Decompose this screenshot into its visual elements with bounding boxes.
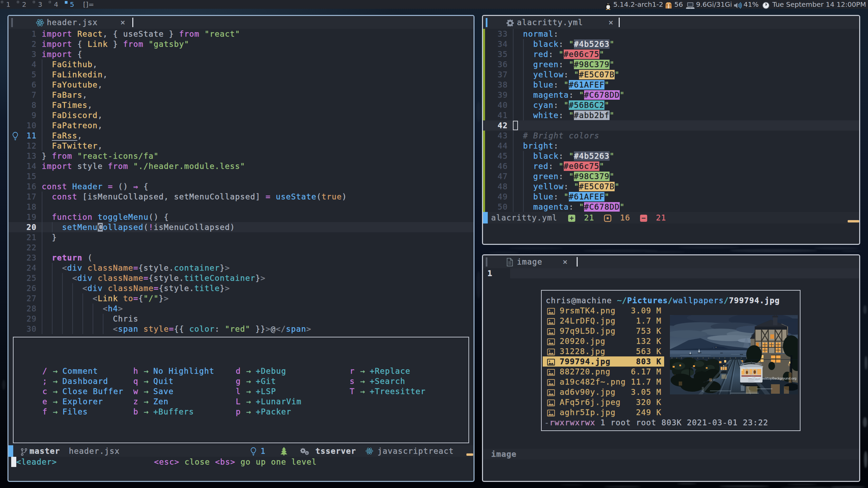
token: {{ — [174, 325, 189, 333]
code-line: 35 red: "#e06c75" — [483, 49, 859, 59]
line-number: 40 — [487, 100, 508, 110]
whichkey-key-d[interactable]: d — [236, 366, 241, 376]
token: 799794.jpg — [729, 296, 780, 305]
arrow-right-icon: → — [144, 396, 149, 407]
line-number: 17 — [16, 192, 37, 202]
token: " — [610, 172, 615, 181]
whichkey-key-f[interactable]: f — [42, 407, 47, 417]
token: " — [569, 111, 574, 120]
whichkey-key-r[interactable]: r — [350, 366, 355, 376]
token — [42, 274, 72, 282]
whichkey-key-;[interactable]: ; — [42, 376, 47, 386]
token — [513, 91, 533, 99]
code-line: 43 # Bright colors — [483, 131, 859, 141]
whichkey-label: Zen — [153, 396, 169, 407]
token — [513, 40, 533, 48]
token: magenta — [533, 91, 569, 99]
token: > — [118, 304, 123, 313]
line-number: 33 — [487, 29, 508, 39]
code-line: 47 green: "#98C379" — [483, 171, 859, 181]
whichkey-key-z[interactable]: z — [133, 396, 138, 407]
token: , { useState } — [103, 30, 179, 38]
line-number: 35 — [487, 49, 508, 59]
tab-indicator — [11, 18, 13, 27]
file-row[interactable]: aghr5Ip.jpg 249K — [542, 407, 800, 417]
token: FaPatreon — [52, 121, 98, 130]
file-name: 799794.jpg 803 — [560, 356, 651, 367]
whichkey-key-b[interactable]: b — [133, 407, 138, 417]
whichkey-label: No Highlight — [153, 366, 214, 376]
whichkey-key-w[interactable]: w — [133, 386, 138, 396]
ocean-glint — [560, 484, 583, 485]
token: ( — [316, 192, 322, 201]
line-number: 8 — [16, 100, 37, 110]
whichkey-key-L[interactable]: L — [236, 396, 241, 407]
whichkey-label: +LSP — [256, 386, 276, 396]
whichkey-key-T[interactable]: T — [350, 386, 355, 396]
ocean-glint — [678, 246, 739, 249]
line-number: 1 — [16, 29, 37, 39]
tab-title[interactable]: header.jsx — [47, 17, 98, 27]
git-branch-name[interactable]: master — [30, 446, 60, 456]
token: #e06c75 — [564, 50, 599, 59]
token: ! — [149, 223, 154, 232]
whichkey-label: +Treesitter — [370, 386, 426, 396]
line-number: 48 — [487, 181, 508, 192]
token: const — [42, 182, 67, 191]
tab-close-icon[interactable]: × — [120, 17, 126, 27]
whichkey-key-s[interactable]: s — [350, 376, 355, 386]
which-key-popup: /→Comment;→Dashboardc→Close Buffere→Expl… — [13, 337, 469, 443]
token — [513, 70, 533, 79]
status-text: 56 — [674, 0, 683, 9]
token: } — [108, 40, 123, 48]
whichkey-key-e[interactable]: e — [42, 396, 47, 407]
tab-close-icon[interactable]: × — [609, 17, 614, 27]
code-line-text: const Header = () ⇒ { — [42, 181, 149, 192]
tab-title[interactable]: image — [517, 257, 542, 267]
code-line-text: return ( — [42, 253, 93, 263]
code-line-text: red: "#e06c75" — [513, 161, 604, 171]
code-line-text: setMenuCollapsed(!isMenuCollapsed) — [42, 222, 235, 232]
token — [72, 30, 77, 38]
filetype-react-icon — [365, 447, 373, 457]
token — [42, 223, 62, 232]
mode-indicator — [483, 212, 488, 223]
token: { — [138, 182, 149, 191]
tab-title[interactable]: alacritty.yml — [517, 17, 583, 27]
code-line-text: <div className={style.titleContainer}> — [42, 273, 266, 283]
token — [513, 202, 533, 211]
whichkey-key-c[interactable]: c — [42, 386, 47, 396]
whichkey-key-g[interactable]: g — [236, 376, 241, 386]
token: "red" — [225, 325, 250, 333]
file-name: 24LrDFQ.jpg 1.7 — [560, 316, 651, 326]
whichkey-key-q[interactable]: q — [133, 376, 138, 386]
file-row[interactable]: AFq5r6j.jpeg 320K — [542, 397, 800, 407]
token: " — [615, 182, 620, 191]
ocean-glint — [814, 247, 858, 250]
whichkey-key-l[interactable]: l — [236, 386, 241, 396]
token: FaRss — [52, 131, 77, 140]
token: : — [559, 152, 569, 160]
whichkey-key-h[interactable]: h — [133, 366, 138, 376]
token: = — [266, 192, 271, 201]
token: @ — [271, 325, 276, 333]
whichkey-key-p[interactable]: p — [236, 407, 241, 417]
tab-close-icon[interactable]: × — [563, 257, 568, 267]
whichkey-label: +Buffers — [153, 407, 194, 417]
whichkey-key-/[interactable]: / — [42, 366, 47, 376]
token: FaBars — [52, 91, 82, 99]
token: " — [610, 111, 615, 120]
code-line-text: FaDiscord, — [42, 110, 103, 120]
token: React — [77, 30, 103, 38]
file-name: ad6v90y.jpg 3.05 — [560, 387, 651, 397]
token: return — [52, 253, 82, 262]
file-size-unit: K — [656, 346, 661, 356]
line-number: 4 — [16, 59, 37, 70]
cmdline-left[interactable]: <leader> <esc> close <bs> go up one leve… — [8, 457, 474, 467]
terminal-right-top: alacritty.yml × 33 normal:34 black: "#4b… — [483, 16, 859, 244]
line-number: 44 — [487, 141, 508, 151]
line-number: 24 — [16, 263, 37, 273]
ocean-glint — [488, 252, 519, 254]
code-line-text: FaLinkedin, — [42, 70, 108, 80]
indent-guide — [42, 242, 42, 253]
